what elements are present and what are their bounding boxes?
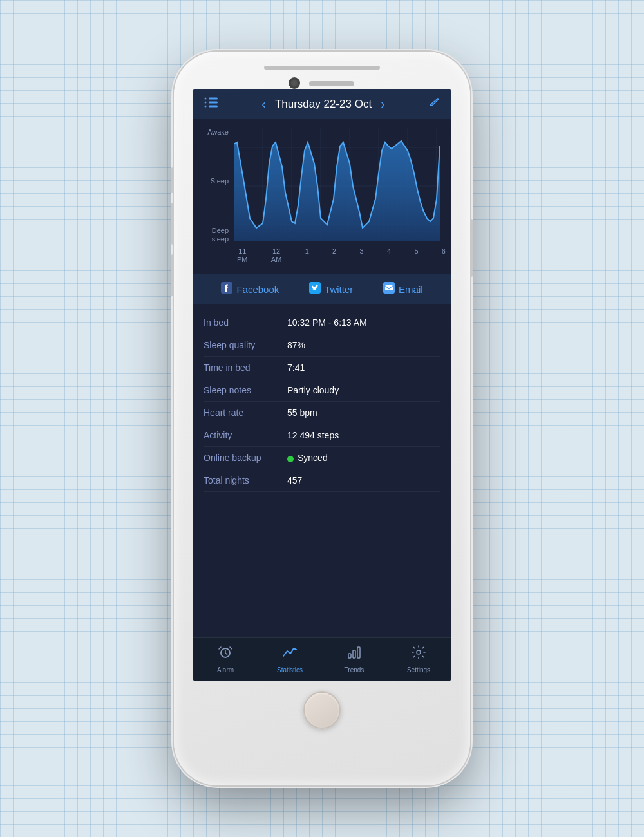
chart-svg-area bbox=[234, 128, 446, 243]
svg-rect-4 bbox=[209, 102, 218, 104]
stat-row: Online backupSynced bbox=[204, 447, 440, 469]
stat-label: Activity bbox=[204, 430, 287, 440]
stat-label: In bed bbox=[204, 317, 287, 328]
share-bar: Facebook Twitter Email bbox=[193, 274, 451, 304]
settings-tab-label: Settings bbox=[407, 666, 430, 673]
stat-label: Online backup bbox=[204, 453, 287, 463]
stat-label: Heart rate bbox=[204, 408, 287, 418]
statistics-icon bbox=[282, 644, 298, 664]
alarm-tab-label: Alarm bbox=[217, 666, 234, 673]
phone-side-btn-vol-up bbox=[171, 203, 174, 245]
stat-label: Sleep notes bbox=[204, 385, 287, 395]
screen-header: ‹ Thursday 22-23 Oct › bbox=[193, 89, 451, 119]
stat-value: Synced bbox=[287, 453, 328, 463]
stat-row: Heart rate55 bpm bbox=[204, 402, 440, 424]
facebook-icon bbox=[221, 282, 232, 296]
chart-time-1am: 1 bbox=[305, 247, 309, 264]
svg-rect-21 bbox=[353, 650, 355, 658]
stat-value: 457 bbox=[287, 475, 302, 485]
header-nav: ‹ Thursday 22-23 Oct › bbox=[261, 97, 385, 111]
stats-table: In bed10:32 PM - 6:13 AMSleep quality87%… bbox=[193, 309, 451, 637]
trends-icon bbox=[346, 644, 362, 664]
chart-time-2am: 2 bbox=[332, 247, 336, 264]
stat-row: Total nights457 bbox=[204, 469, 440, 492]
stat-value: 7:41 bbox=[287, 362, 305, 373]
prev-day-button[interactable]: ‹ bbox=[261, 97, 266, 111]
chart-time-6am: 6 bbox=[442, 247, 446, 264]
svg-rect-5 bbox=[209, 106, 218, 108]
email-label: Email bbox=[399, 284, 423, 295]
menu-icon[interactable] bbox=[204, 97, 218, 111]
twitter-icon bbox=[309, 282, 321, 296]
stat-row: Time in bed7:41 bbox=[204, 357, 440, 379]
svg-point-2 bbox=[205, 106, 207, 108]
svg-point-23 bbox=[417, 650, 421, 654]
phone-frame: ‹ Thursday 22-23 Oct › Awake Sleep Deeps… bbox=[174, 52, 470, 785]
chart-label-awake: Awake bbox=[198, 128, 229, 136]
chart-time-3am: 3 bbox=[360, 247, 364, 264]
date-title: Thursday 22-23 Oct bbox=[275, 98, 372, 111]
stat-value: 55 bpm bbox=[287, 408, 317, 418]
chart-time-12am: 12AM bbox=[271, 247, 282, 264]
svg-rect-3 bbox=[209, 98, 218, 100]
next-day-button[interactable]: › bbox=[381, 97, 385, 111]
phone-top-bar bbox=[264, 66, 380, 70]
edit-button[interactable] bbox=[429, 97, 440, 111]
svg-point-1 bbox=[205, 102, 207, 104]
twitter-share-button[interactable]: Twitter bbox=[309, 282, 353, 296]
chart-y-labels: Awake Sleep Deepsleep bbox=[198, 128, 234, 243]
settings-icon bbox=[411, 644, 426, 664]
alarm-icon bbox=[218, 644, 233, 664]
phone-speaker bbox=[309, 81, 354, 86]
phone-side-btn-mute bbox=[171, 167, 174, 193]
twitter-label: Twitter bbox=[325, 284, 353, 295]
stat-label: Total nights bbox=[204, 475, 287, 485]
tab-settings[interactable]: Settings bbox=[386, 644, 451, 673]
trends-tab-label: Trends bbox=[345, 666, 365, 673]
statistics-tab-label: Statistics bbox=[277, 666, 303, 673]
svg-rect-20 bbox=[348, 654, 351, 658]
chart-time-4am: 4 bbox=[387, 247, 391, 264]
chart-time-11pm: 11PM bbox=[237, 247, 248, 264]
chart-x-labels: 11PM 12AM 1 2 3 4 5 6 bbox=[198, 243, 446, 269]
stat-value: Partly cloudy bbox=[287, 385, 339, 395]
home-button[interactable] bbox=[303, 691, 341, 729]
stat-row: Activity12 494 steps bbox=[204, 424, 440, 447]
phone-side-btn-vol-down bbox=[171, 254, 174, 296]
stat-row: In bed10:32 PM - 6:13 AM bbox=[204, 312, 440, 334]
synced-indicator bbox=[287, 456, 294, 462]
stat-label: Time in bed bbox=[204, 362, 287, 373]
sleep-chart: Awake Sleep Deepsleep bbox=[193, 119, 451, 269]
phone-camera bbox=[290, 79, 299, 88]
tab-trends[interactable]: Trends bbox=[322, 644, 386, 673]
chart-label-sleep: Sleep bbox=[198, 177, 229, 185]
tab-bar: Alarm Statistics Trends bbox=[193, 637, 451, 681]
stat-row: Sleep notesPartly cloudy bbox=[204, 379, 440, 402]
stat-label: Sleep quality bbox=[204, 340, 287, 350]
stat-row: Sleep quality87% bbox=[204, 334, 440, 357]
svg-rect-22 bbox=[357, 647, 360, 658]
stat-value: 87% bbox=[287, 340, 305, 350]
chart-time-5am: 5 bbox=[414, 247, 418, 264]
stat-value: 10:32 PM - 6:13 AM bbox=[287, 317, 367, 328]
email-share-button[interactable]: Email bbox=[383, 282, 423, 296]
chart-label-deep: Deepsleep bbox=[198, 227, 229, 243]
tab-alarm[interactable]: Alarm bbox=[193, 644, 258, 673]
tab-statistics[interactable]: Statistics bbox=[258, 644, 322, 673]
stat-value: 12 494 steps bbox=[287, 430, 339, 440]
facebook-share-button[interactable]: Facebook bbox=[221, 282, 279, 296]
facebook-label: Facebook bbox=[236, 284, 279, 295]
phone-side-btn-power bbox=[470, 219, 473, 277]
svg-point-0 bbox=[205, 98, 207, 100]
phone-screen: ‹ Thursday 22-23 Oct › Awake Sleep Deeps… bbox=[193, 89, 451, 681]
email-icon bbox=[383, 282, 395, 296]
